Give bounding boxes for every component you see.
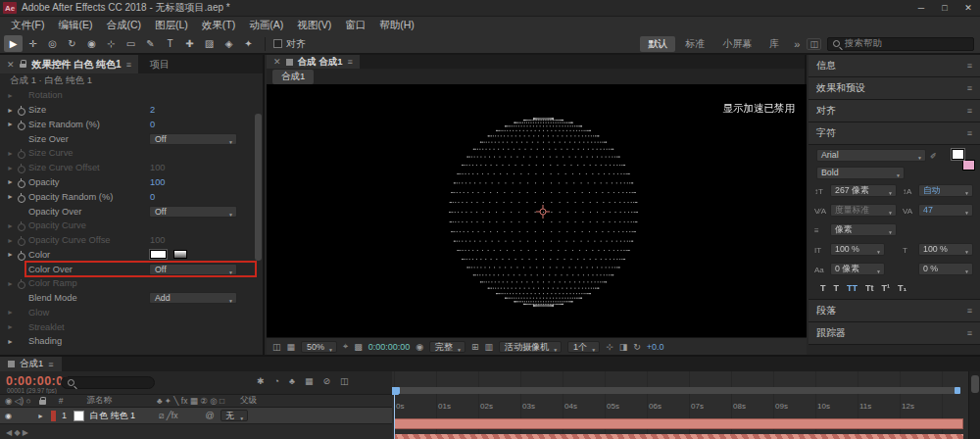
close-icon[interactable]: ✕ xyxy=(7,60,15,70)
fx-row-size-random-[interactable]: ►Size Random (%)0 xyxy=(0,118,263,132)
timeline-option-icon-4[interactable]: ⊘ xyxy=(322,376,330,386)
menu-item-3[interactable]: 图层(L) xyxy=(148,19,195,32)
panel-menu-icon[interactable]: ≡ xyxy=(967,83,972,93)
tool-4[interactable]: ◉ xyxy=(82,35,101,52)
panel-menu-icon[interactable]: ≡ xyxy=(48,360,53,369)
stopwatch-icon[interactable] xyxy=(16,163,28,172)
current-time-indicator[interactable] xyxy=(394,387,395,439)
tool-7[interactable]: ✎ xyxy=(141,35,160,52)
expand-arrow-icon[interactable]: ► xyxy=(5,309,16,316)
expand-arrow-icon[interactable]: ► xyxy=(5,193,16,200)
expand-arrow-icon[interactable]: ► xyxy=(5,222,16,229)
keyframe-nav-icons[interactable]: ◀ ◆ ▶ xyxy=(6,428,28,437)
fill-color-swatches[interactable] xyxy=(952,149,975,171)
layer-bar-hatched[interactable] xyxy=(394,434,963,439)
view-layout-select[interactable]: 1个▼ xyxy=(567,341,600,353)
preview-timecode[interactable]: 0:00:00:00 xyxy=(368,342,411,352)
panel-menu-icon[interactable]: ≡ xyxy=(347,57,352,67)
property-value[interactable]: 100 xyxy=(150,177,166,187)
region-of-interest-icon[interactable]: ⌖ xyxy=(343,341,348,352)
source-name-column-label[interactable]: 源名称 xyxy=(86,395,112,407)
pixel-aspect-icon[interactable]: ⊹ xyxy=(606,342,613,352)
fx-row-rotation[interactable]: ►Rotation xyxy=(0,88,263,103)
expand-arrow-icon[interactable]: ► xyxy=(5,165,16,171)
fx-row-color-over[interactable]: Color OverOff▼ xyxy=(0,262,263,276)
work-area-end-handle[interactable] xyxy=(955,387,960,394)
stopwatch-icon[interactable] xyxy=(16,250,28,260)
property-value[interactable]: 100 xyxy=(150,163,166,172)
stopwatch-icon[interactable] xyxy=(16,105,28,115)
parent-select[interactable]: 无▼ xyxy=(220,410,249,421)
stroke-color-swatch[interactable] xyxy=(962,160,975,171)
layer-switches-icons[interactable]: ⧄ ╱fx xyxy=(159,411,178,421)
layer-visibility-icon[interactable]: ◉ xyxy=(5,412,12,420)
panel-menu-icon[interactable]: ≡ xyxy=(967,306,972,316)
expand-arrow-icon[interactable]: ► xyxy=(5,150,16,157)
workspace-2[interactable]: 小屏幕 xyxy=(714,36,760,52)
close-button[interactable]: ✕ xyxy=(956,3,980,13)
expand-arrow-icon[interactable]: ► xyxy=(5,107,16,114)
resolution-select[interactable]: 完整▼ xyxy=(429,341,466,353)
active-camera-select[interactable]: 活动摄像机▼ xyxy=(499,341,562,353)
menu-item-6[interactable]: 视图(V) xyxy=(290,19,338,32)
refresh-icon[interactable]: ↻ xyxy=(633,342,641,352)
timeline-graph[interactable]: 0s01s02s03s04s05s06s07s08s09s10s11s12s xyxy=(392,371,968,439)
tool-10[interactable]: ▨ xyxy=(200,35,219,52)
font-family-select[interactable]: Arial▼ xyxy=(816,149,926,162)
snapshot-camera-icon[interactable]: ◉ xyxy=(416,342,423,352)
fx-row-opacity-random-[interactable]: ►Opacity Random (%)0 xyxy=(0,189,263,204)
effect-panel-scrollbar[interactable] xyxy=(255,114,262,261)
timeline-option-icon-2[interactable]: ♣ xyxy=(289,376,295,386)
tool-8[interactable]: T xyxy=(161,35,179,52)
stopwatch-icon[interactable] xyxy=(16,235,28,245)
close-icon[interactable]: ✕ xyxy=(273,57,281,67)
panel-effects-presets[interactable]: 效果和预设 ≡ xyxy=(808,77,980,100)
panel-tracker[interactable]: 跟踪器 ≡ xyxy=(808,322,980,345)
vertical-scale-select[interactable]: 100 %▼ xyxy=(830,243,885,256)
tab-effect-controls[interactable]: ✕ 效果控件 白色 纯色1 ≡ xyxy=(0,55,138,73)
guides-icon[interactable]: ▥ xyxy=(485,342,494,352)
help-search-field[interactable]: 搜索帮助 xyxy=(827,37,974,51)
property-dropdown[interactable]: Off▼ xyxy=(149,133,237,145)
workspace-1[interactable]: 标准 xyxy=(677,36,712,52)
font-style-select[interactable]: Bold▼ xyxy=(816,167,905,179)
stopwatch-icon[interactable] xyxy=(16,220,28,230)
property-value[interactable]: 2 xyxy=(150,105,155,115)
kerning-select[interactable]: 度量标准▼ xyxy=(830,204,897,217)
fx-row-size-curve-offset[interactable]: ►Size Curve Offset100 xyxy=(0,161,263,175)
fx-row-color[interactable]: ►Color xyxy=(0,247,263,262)
tsume-select[interactable]: 0 %▼ xyxy=(918,263,973,275)
layer-duration-bar[interactable] xyxy=(394,418,963,429)
work-area-bar[interactable] xyxy=(394,387,960,394)
color-swatch[interactable] xyxy=(150,250,167,259)
workspace-0[interactable]: 默认 xyxy=(640,36,675,52)
expand-arrow-icon[interactable]: ► xyxy=(5,92,16,99)
timeline-scrollbar[interactable] xyxy=(968,371,980,439)
menu-item-7[interactable]: 窗口 xyxy=(338,19,372,32)
snap-checkbox[interactable] xyxy=(273,39,282,48)
time-ruler[interactable]: 0s01s02s03s04s05s06s07s08s09s10s11s12s xyxy=(392,402,968,415)
property-value[interactable]: 100 xyxy=(150,235,166,245)
faux-style-5[interactable]: T₁ xyxy=(898,283,906,293)
tool-0[interactable]: ▶ xyxy=(4,35,23,52)
workspace-3[interactable]: 库 xyxy=(761,36,787,52)
panel-paragraph[interactable]: 段落 ≡ xyxy=(808,300,980,322)
menu-item-8[interactable]: 帮助(H) xyxy=(372,19,421,32)
fast-preview-icon[interactable]: ◨ xyxy=(619,342,628,352)
comp-subtab[interactable]: 合成1 xyxy=(272,70,314,84)
faux-style-0[interactable]: T xyxy=(820,283,826,293)
menu-item-1[interactable]: 编辑(E) xyxy=(51,19,99,32)
baseline-grid-select[interactable]: 像素▼ xyxy=(830,223,897,236)
layer-search-field[interactable] xyxy=(61,376,155,389)
menu-item-2[interactable]: 合成(C) xyxy=(99,19,148,32)
faux-style-2[interactable]: TT xyxy=(847,283,858,293)
expand-arrow-icon[interactable]: ► xyxy=(5,178,16,185)
eyedropper-icon[interactable]: ✐ xyxy=(930,152,937,161)
tool-11[interactable]: ◈ xyxy=(220,35,238,52)
leading-select[interactable]: 自动▼ xyxy=(918,184,973,197)
font-size-select[interactable]: 267 像素▼ xyxy=(830,184,897,197)
timeline-option-icon-0[interactable]: ✱ xyxy=(257,376,265,386)
fill-color-swatch[interactable] xyxy=(952,149,964,160)
tab-project[interactable]: 项目 xyxy=(138,55,181,73)
fx-row-streaklet[interactable]: ►Streaklet xyxy=(0,319,263,334)
